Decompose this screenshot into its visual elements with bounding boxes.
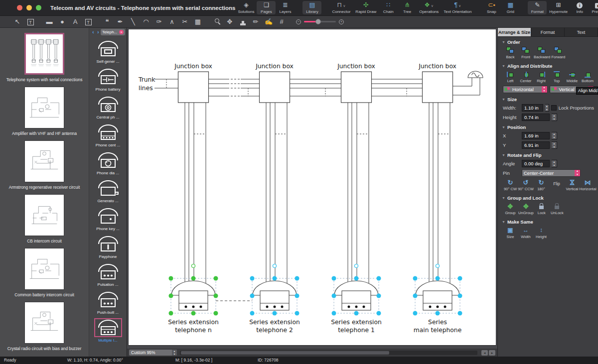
telephone-shape-icon[interactable]	[94, 235, 122, 253]
selection-handle[interactable]	[413, 311, 418, 316]
rectangle-tool-icon[interactable]: ▬	[43, 16, 56, 27]
library-shape-phone-cent[interactable]: Phone cent ...	[89, 123, 127, 147]
toolbar-button-rapid-draw[interactable]: ✣Rapid Draw	[353, 1, 379, 14]
selection-handle[interactable]	[295, 294, 299, 298]
x-stepper-icon[interactable]: ▲▼	[552, 132, 557, 139]
library-shape-phone-key[interactable]: Phone key ...	[89, 207, 127, 231]
align-section-header[interactable]: ▼Align and Distribute	[498, 61, 598, 70]
junction-box[interactable]: Junction box	[255, 63, 294, 103]
button-backward[interactable]: Backward	[534, 46, 550, 59]
button-vertical[interactable]: ⋈Vertical	[565, 178, 580, 191]
selection-handle[interactable]	[436, 276, 440, 281]
library-next-button[interactable]: ›	[96, 29, 101, 35]
ellipse-tool-icon[interactable]: ●	[56, 16, 69, 27]
selection-handle[interactable]	[214, 276, 218, 281]
tab-format[interactable]: Format	[531, 28, 565, 36]
telephone-shape[interactable]: Series extensiontelephone 2	[249, 264, 300, 334]
pen-tool-icon[interactable]: ✒	[114, 16, 127, 27]
arc-tool-icon[interactable]: ◠	[140, 16, 152, 27]
selection-handle[interactable]	[332, 276, 336, 281]
zoom-slider[interactable]: − +	[296, 19, 344, 24]
library-shape-push-butt[interactable]: Push-butt ...	[89, 290, 127, 315]
splice-tool-icon[interactable]: ✂	[178, 16, 191, 27]
library-shape-multiple-i[interactable]: Multiple I...	[89, 318, 127, 343]
selection-handle[interactable]	[354, 311, 359, 316]
selection-handle[interactable]	[169, 294, 173, 298]
angle-input[interactable]: 0.00 deg	[522, 160, 550, 167]
button-90-ccw[interactable]: ↺90° CCW	[518, 178, 533, 191]
library-shape-generato[interactable]: Generato ...	[89, 179, 127, 203]
horizontal-scrollbar-thumb[interactable]	[181, 351, 389, 355]
junction-box[interactable]: Junction box	[337, 63, 375, 103]
selection-handle[interactable]	[377, 294, 381, 298]
button-height[interactable]: ↕Height	[534, 226, 549, 239]
junction-box[interactable]: Junction box	[174, 63, 212, 103]
selection-handle[interactable]	[436, 311, 440, 316]
ringer-symbol[interactable]	[453, 71, 483, 95]
lock-proportions-checkbox[interactable]	[551, 105, 557, 111]
telephone-shape-icon[interactable]	[94, 262, 122, 281]
telephone-shape[interactable]: Series extensiontelephone n	[168, 264, 219, 334]
selection-handle[interactable]	[191, 276, 196, 281]
telephone-shape-icon[interactable]	[94, 123, 122, 142]
telephone-shape-icon[interactable]	[94, 318, 122, 337]
telephone-shape[interactable]: Seriesmain telephone	[413, 264, 462, 334]
selection-handle[interactable]	[332, 311, 336, 316]
scroll-right-button[interactable]	[489, 350, 495, 356]
selection-handle[interactable]	[273, 276, 277, 281]
zoom-in-icon[interactable]: +	[339, 19, 344, 24]
page-thumbnail[interactable]	[24, 87, 64, 128]
polyline-tool-icon[interactable]: ∧	[165, 16, 178, 27]
pin-select[interactable]: Center-Center ▲▼	[522, 169, 581, 177]
brush-tool-icon[interactable]: ✍	[262, 16, 275, 27]
toolbar-button-text-orientation[interactable]: ¶∨Text Orientation	[441, 1, 474, 14]
page-thumbnail[interactable]	[24, 302, 64, 344]
selection-handle[interactable]	[413, 294, 418, 298]
zoom-slider-knob[interactable]	[315, 19, 321, 24]
page-thumbnail[interactable]	[24, 194, 64, 236]
rotate-section-header[interactable]: ▼Rotate and Flip	[498, 150, 598, 159]
scroll-left-button[interactable]	[481, 350, 488, 356]
tab-text[interactable]: Text	[565, 28, 598, 36]
select-tool-icon[interactable]: ↖	[11, 16, 24, 27]
selection-handle[interactable]	[458, 311, 462, 316]
library-shape-self-gener[interactable]: Self-gener ...	[89, 39, 127, 64]
button-size[interactable]: ▣Size	[503, 226, 518, 239]
window-zoom-button[interactable]	[36, 5, 41, 10]
telephone-shape-icon[interactable]	[94, 67, 122, 86]
telephone-shape-icon[interactable]	[94, 207, 122, 226]
toolbar-button-layers[interactable]: ≣Layers	[276, 1, 295, 14]
button-middle[interactable]: Middle	[565, 70, 580, 83]
y-input[interactable]: 6.91 in	[522, 141, 550, 149]
telephone-shape-icon[interactable]	[94, 290, 122, 309]
button-width[interactable]: ↔Width	[518, 226, 533, 239]
selection-handle[interactable]	[191, 311, 196, 316]
button-unlock[interactable]: UnLock	[550, 202, 565, 215]
angle-stepper-icon[interactable]: ▲▼	[552, 160, 557, 167]
toolbar-button-format[interactable]: ✎Format	[528, 1, 547, 14]
library-tab[interactable]: Teleph... ×	[101, 29, 125, 35]
selection-handle[interactable]	[214, 311, 218, 316]
page-thumbnail-item[interactable]: Armstrong regenerative receiver circuit	[0, 140, 89, 190]
toolbar-button-tree[interactable]: ⋔Tree	[398, 1, 417, 14]
textbox-tool-icon[interactable]: T	[82, 16, 95, 27]
selection-handle[interactable]	[458, 276, 462, 281]
toolbar-button-present[interactable]: Present	[589, 1, 598, 14]
button-right[interactable]: Right	[534, 70, 549, 83]
junction-box[interactable]: Junction box	[418, 63, 456, 103]
button-back[interactable]: Back	[503, 46, 518, 59]
selection-handle[interactable]	[169, 276, 173, 281]
telephone-shape[interactable]: Series extensiontelephone 1	[331, 264, 382, 334]
zoom-tool-icon[interactable]	[210, 16, 223, 27]
selection-handle[interactable]	[295, 276, 299, 281]
selection-handle[interactable]	[377, 311, 381, 316]
telephone-shape-icon[interactable]	[94, 151, 122, 170]
toolbar-button-library[interactable]: ▤Library	[302, 1, 321, 14]
page-thumbnail-selected[interactable]	[24, 33, 64, 75]
zoom-level-select[interactable]: Custom 95% ▲▼	[129, 350, 177, 356]
x-input[interactable]: 1.69 in	[522, 132, 550, 139]
pin-stepper-icon[interactable]: ▲▼	[575, 169, 580, 177]
line-tool-icon[interactable]: ╲	[127, 16, 140, 27]
selection-handle[interactable]	[250, 311, 255, 316]
button-bottom[interactable]: Bottom	[580, 70, 595, 83]
